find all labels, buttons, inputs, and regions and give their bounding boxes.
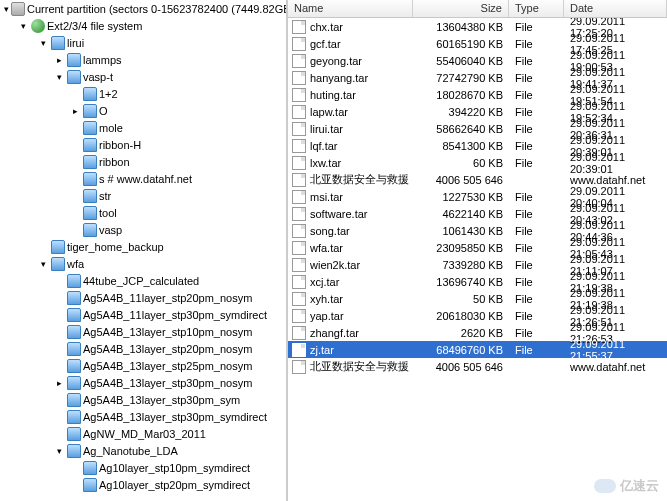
file-name: hanyang.tar <box>310 72 368 84</box>
tree-item[interactable]: ▸Ag5A4B_11layer_stp20pm_nosym <box>4 289 286 306</box>
col-date-header[interactable]: Date <box>564 0 667 17</box>
expander-icon[interactable]: ▸ <box>70 105 81 116</box>
tree-item[interactable]: ▾lirui <box>4 34 286 51</box>
col-size-header[interactable]: Size <box>413 0 509 17</box>
watermark-text: 亿速云 <box>620 477 659 495</box>
tree-item[interactable]: ▸AgNW_MD_Mar03_2011 <box>4 425 286 442</box>
expander-icon[interactable]: ▾ <box>38 37 49 48</box>
file-name: xcj.tar <box>310 276 339 288</box>
file-size: 58662640 KB <box>413 123 509 135</box>
tree-item[interactable]: ▸Ag5A4B_13layer_stp10pm_nosym <box>4 323 286 340</box>
tree-item[interactable]: ▸Ag5A4B_13layer_stp25pm_nosym <box>4 357 286 374</box>
tree-item[interactable]: ▸Ag10layer_stp10pm_symdirect <box>4 459 286 476</box>
file-size: 13696740 KB <box>413 276 509 288</box>
tree-item[interactable]: ▸Ag5A4B_11layer_stp30pm_symdirect <box>4 306 286 323</box>
expander-icon[interactable]: ▾ <box>54 71 65 82</box>
file-icon <box>292 207 306 221</box>
expander-icon[interactable]: ▾ <box>38 258 49 269</box>
tree-item-label: O <box>99 105 108 117</box>
folder-icon <box>83 461 97 475</box>
file-size: 20618030 KB <box>413 310 509 322</box>
expander-icon[interactable]: ▾ <box>54 445 65 456</box>
tree-item[interactable]: ▸str <box>4 187 286 204</box>
expander-icon[interactable]: ▾ <box>4 3 9 14</box>
folder-icon <box>83 223 97 237</box>
tree-item-label: 1+2 <box>99 88 118 100</box>
tree-item[interactable]: ▸Ag5A4B_13layer_stp30pm_nosym <box>4 374 286 391</box>
file-icon <box>292 343 306 357</box>
watermark: 亿速云 <box>594 477 659 495</box>
tree-item[interactable]: ▾Ag_Nanotube_LDA <box>4 442 286 459</box>
tree-item-label: Ag10layer_stp20pm_symdirect <box>99 479 250 491</box>
file-name: lapw.tar <box>310 106 348 118</box>
file-size: 68496760 KB <box>413 344 509 356</box>
tree-item[interactable]: ▸O <box>4 102 286 119</box>
file-size: 394220 KB <box>413 106 509 118</box>
file-type: File <box>509 106 564 118</box>
tree-item[interactable]: ▸mole <box>4 119 286 136</box>
file-row[interactable]: lxw.tar60 KBFile29.09.2011 20:39:01 <box>288 154 667 171</box>
tree-item[interactable]: ▸ribbon-H <box>4 136 286 153</box>
file-size: 4622140 KB <box>413 208 509 220</box>
file-type: File <box>509 157 564 169</box>
tree-item[interactable]: ▸Ag5A4B_13layer_stp30pm_sym <box>4 391 286 408</box>
file-icon <box>292 88 306 102</box>
tree-item-label: Ag5A4B_13layer_stp30pm_nosym <box>83 377 252 389</box>
folder-icon <box>67 427 81 441</box>
file-name: wien2k.tar <box>310 259 360 271</box>
expander-icon[interactable]: ▸ <box>54 54 65 65</box>
expander-icon[interactable]: ▾ <box>18 20 29 31</box>
file-icon <box>292 173 306 187</box>
tree-item[interactable]: ▸vasp <box>4 221 286 238</box>
file-icon <box>292 190 306 204</box>
col-name-header[interactable]: Name <box>288 0 413 17</box>
tree-fs[interactable]: ▾ Ext2/3/4 file system <box>0 17 286 34</box>
tree-item[interactable]: ▾vasp-t <box>4 68 286 85</box>
file-size: 23095850 KB <box>413 242 509 254</box>
file-name: geyong.tar <box>310 55 362 67</box>
file-date: www.datahf.net <box>564 361 667 373</box>
file-type: File <box>509 140 564 152</box>
tree-item[interactable]: ▸44tube_JCP_calculated <box>4 272 286 289</box>
tree-item[interactable]: ▸Ag5A4B_13layer_stp20pm_nosym <box>4 340 286 357</box>
file-type: File <box>509 72 564 84</box>
file-row[interactable]: 北亚数据安全与救援4006 505 646www.datahf.net <box>288 358 667 375</box>
tree-panel: ▾ Current partition (sectors 0-156237824… <box>0 0 288 501</box>
folder-icon <box>67 53 81 67</box>
root-label: Current partition (sectors 0-15623782400… <box>27 3 288 15</box>
file-size: 13604380 KB <box>413 21 509 33</box>
tree-item[interactable]: ▸Ag5A4B_13layer_stp30pm_symdirect <box>4 408 286 425</box>
file-type: File <box>509 225 564 237</box>
tree-item[interactable]: ▸s # www.datahf.net <box>4 170 286 187</box>
tree-item-label: Ag5A4B_13layer_stp25pm_nosym <box>83 360 252 372</box>
file-size: 1227530 KB <box>413 191 509 203</box>
file-name: 北亚数据安全与救援 <box>310 359 409 374</box>
tree-item[interactable]: ▸tiger_home_backup <box>4 238 286 255</box>
file-name: msi.tar <box>310 191 343 203</box>
folder-icon <box>67 325 81 339</box>
file-row[interactable]: zj.tar68496760 KBFile29.09.2011 21:55:37 <box>288 341 667 358</box>
tree-item[interactable]: ▸ribbon <box>4 153 286 170</box>
tree-root[interactable]: ▾ Current partition (sectors 0-156237824… <box>0 0 286 17</box>
expander-icon[interactable]: ▸ <box>54 377 65 388</box>
file-type: File <box>509 310 564 322</box>
file-size: 8541300 KB <box>413 140 509 152</box>
cloud-icon <box>594 479 616 493</box>
tree-item-label: str <box>99 190 111 202</box>
file-icon <box>292 20 306 34</box>
tree-item[interactable]: ▾wfa <box>4 255 286 272</box>
file-list: chx.tar13604380 KBFile29.09.2011 17:25:2… <box>288 18 667 501</box>
tree-item[interactable]: ▸tool <box>4 204 286 221</box>
col-type-header[interactable]: Type <box>509 0 564 17</box>
tree-item-label: AgNW_MD_Mar03_2011 <box>83 428 206 440</box>
folder-icon <box>67 70 81 84</box>
file-type: File <box>509 259 564 271</box>
tree-item[interactable]: ▸lammps <box>4 51 286 68</box>
file-type: File <box>509 55 564 67</box>
tree-item[interactable]: ▸1+2 <box>4 85 286 102</box>
file-name: lirui.tar <box>310 123 343 135</box>
file-type: File <box>509 89 564 101</box>
tree-item[interactable]: ▸Ag10layer_stp20pm_symdirect <box>4 476 286 493</box>
folder-icon <box>83 172 97 186</box>
file-name: xyh.tar <box>310 293 343 305</box>
